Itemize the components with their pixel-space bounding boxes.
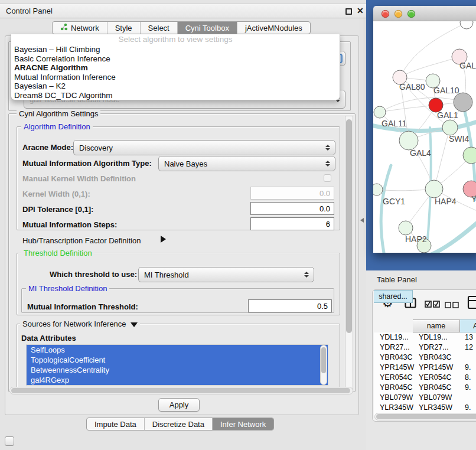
node-label: GCY1 (383, 197, 405, 206)
app-root: Control Panel ✕ Network Style Select Cyn… (0, 0, 476, 450)
table-row[interactable]: YER054CYER054C8. (374, 373, 476, 383)
table-row[interactable]: YBL079WYBL079W (374, 393, 476, 403)
node-label: GAL10 (433, 86, 459, 95)
dropdown-hint: Select algorithm to view settings (11, 34, 340, 45)
table-row[interactable]: YBR045CYBR045C9. (374, 383, 476, 393)
column-header-shared-name[interactable]: shared... (374, 290, 413, 303)
tab-network-label: Network (71, 24, 99, 32)
tab-discretize-data-label: Discretize Data (152, 420, 204, 429)
table-row[interactable]: YBR043CYBR043C (374, 353, 476, 363)
attribute-item[interactable]: TopologicalCoefficient (27, 355, 328, 365)
apply-button[interactable]: Apply (158, 398, 200, 412)
mi-algorithm-type-value: Naive Bayes (159, 159, 322, 168)
network-tab-icon (60, 23, 68, 32)
deselect-all-icon[interactable] (445, 300, 459, 311)
table-row[interactable]: YDR27...YDR27...12 (374, 343, 476, 353)
node[interactable] (373, 184, 383, 195)
select-all-icon[interactable] (425, 299, 440, 310)
table-rows: YDL19...YDL19...13 YDR27...YDR27...12 YB… (374, 332, 476, 416)
aracne-mode-label: Aracne Mode: (22, 143, 73, 152)
split-pane-grip-icon[interactable] (360, 218, 364, 223)
expanded-arrow-icon[interactable] (131, 322, 138, 327)
attribute-item[interactable]: BetweennessCentrality (27, 365, 328, 375)
network-graph: GAL GAL80 GAL10 GAL11 GAL1 SWI4 GAL4 GCY… (373, 21, 476, 253)
node[interactable] (374, 106, 386, 118)
table-row[interactable]: YLR345WYLR345W9. (374, 403, 476, 413)
sources-title-text: Sources for Network Inference (22, 319, 126, 328)
algorithm-option[interactable]: Bayesian – Hill Climbing (11, 45, 340, 54)
network-canvas[interactable]: GAL GAL80 GAL10 GAL11 GAL1 SWI4 GAL4 GCY… (373, 21, 476, 253)
kernel-width-label: Kernel Width (0,1): (22, 190, 90, 198)
attribute-item[interactable]: SelfLoops (27, 345, 328, 355)
node[interactable] (463, 147, 476, 164)
attribute-list-scrollbar[interactable] (320, 345, 327, 385)
data-attributes-label: Data Attributes (21, 334, 76, 343)
control-panel-title: Control Panel (6, 6, 53, 15)
network-window-titlebar[interactable] (373, 6, 476, 21)
sources-group-title[interactable]: Sources for Network Inference (20, 319, 140, 328)
node[interactable] (399, 131, 418, 150)
which-threshold-combobox[interactable]: MI Threshold (138, 267, 314, 282)
tab-cyni-toolbox[interactable]: Cyni Toolbox (178, 22, 237, 34)
scrollbar-thumb[interactable] (346, 119, 352, 333)
combo-spinner-icon (322, 145, 332, 151)
node-label: HAP2 (405, 234, 427, 244)
tab-jactivemnodules[interactable]: jActiveMNodules (237, 22, 310, 34)
network-view-window[interactable]: GAL GAL80 GAL10 GAL11 GAL1 SWI4 GAL4 GCY… (373, 6, 476, 253)
mi-steps-input[interactable] (250, 217, 334, 230)
kernel-width-input[interactable] (250, 187, 334, 200)
mi-threshold-label: Mutual Information Threshold: (27, 302, 138, 311)
threshold-definition-title: Threshold Definition (21, 249, 94, 257)
node[interactable] (460, 21, 473, 29)
table-panel-title: Table Panel (377, 275, 417, 284)
which-threshold-value: MI Threshold (139, 270, 301, 279)
control-panel-tabbar: Network Style Select Cyni Toolbox jActiv… (52, 21, 311, 34)
close-window-icon[interactable] (382, 10, 389, 18)
table-row[interactable]: YPR145WYPR145W9. (374, 363, 476, 373)
tab-jactivemnodules-label: jActiveMNodules (245, 24, 302, 32)
tab-select[interactable]: Select (141, 22, 178, 34)
scrollbar-thumb[interactable] (321, 347, 326, 373)
algorithm-option[interactable]: Dream8 DC_TDC Algorithm (11, 91, 340, 100)
close-panel-icon[interactable]: ✕ (357, 6, 364, 15)
float-panel-icon[interactable] (345, 8, 352, 15)
settings-vertical-scrollbar[interactable] (345, 116, 353, 390)
tab-discretize-data[interactable]: Discretize Data (145, 418, 213, 430)
mi-threshold-input[interactable] (248, 299, 332, 312)
aracne-mode-combobox[interactable]: Discovery (73, 140, 335, 155)
node-gray[interactable] (454, 93, 472, 112)
network-edges-teal (373, 109, 476, 253)
tab-infer-network[interactable]: Infer Network (213, 418, 273, 430)
tab-network[interactable]: Network (53, 22, 107, 34)
mi-algorithm-type-combobox[interactable]: Naive Bayes (158, 156, 335, 171)
tab-style[interactable]: Style (107, 22, 141, 34)
tab-impute-data-label: Impute Data (94, 420, 136, 429)
collapsed-arrow-icon[interactable] (161, 236, 166, 243)
algorithm-option-aracne[interactable]: ARACNE Algorithm (11, 63, 340, 73)
tab-style-label: Style (115, 24, 132, 32)
node[interactable] (442, 120, 458, 135)
column-header-truncated[interactable]: A (460, 319, 476, 332)
scrollbar-thumb[interactable] (376, 414, 476, 419)
combo-spinner-icon (301, 272, 311, 278)
dpi-tolerance-input[interactable] (250, 202, 334, 215)
attribute-item[interactable]: gal4RGexp (27, 375, 328, 385)
table-row[interactable]: YDL19...YDL19...13 (374, 333, 476, 343)
manual-kernel-width-checkbox[interactable] (324, 174, 331, 182)
truncated-toolbar-icon[interactable] (467, 295, 476, 312)
panel-grip-icon[interactable] (5, 436, 14, 446)
scrollbar-thumb[interactable] (11, 388, 350, 393)
tab-impute-data[interactable]: Impute Data (87, 418, 145, 430)
algorithm-option[interactable]: Basic Correlation Inference (11, 54, 340, 64)
minimize-window-icon[interactable] (395, 10, 402, 18)
column-header-name[interactable]: name (413, 319, 460, 332)
node[interactable] (425, 180, 443, 198)
settings-horizontal-scrollbar[interactable] (9, 387, 353, 394)
algorithm-option[interactable]: Mutual Information Inference (11, 73, 340, 82)
algorithm-option[interactable]: Bayesian – K2 (11, 81, 340, 91)
hub-definition-toggle[interactable]: Hub/Transcription Factor Definition (22, 236, 141, 245)
node[interactable] (399, 221, 413, 235)
table-horizontal-scrollbar[interactable] (374, 413, 476, 420)
zoom-window-icon[interactable] (407, 10, 415, 18)
cyni-settings-group-title: Cyni Algorithm Settings (17, 109, 100, 118)
